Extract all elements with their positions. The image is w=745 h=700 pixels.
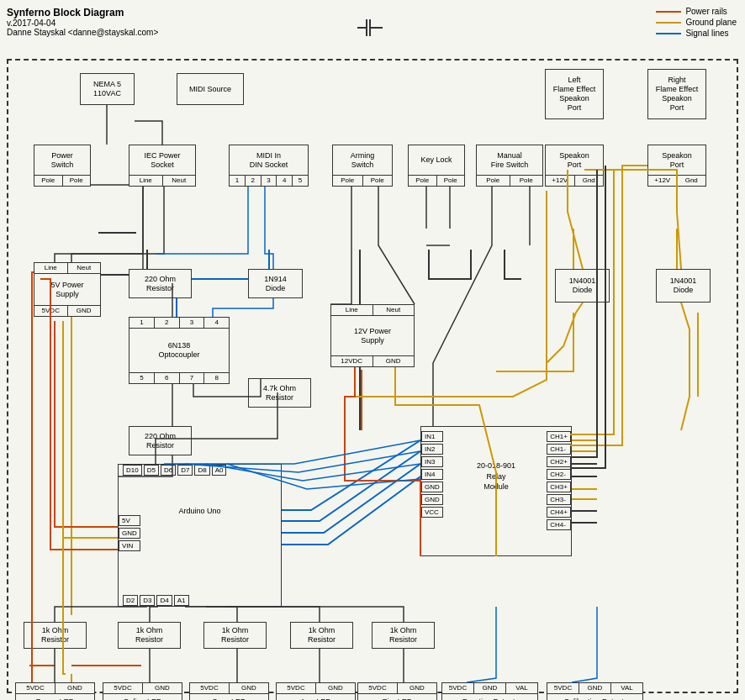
key-lock-pole1: Pole xyxy=(409,176,437,186)
power-switch-label: PowerSwitch xyxy=(51,145,74,175)
calibration-pot-label: Calibration Potent.(Knob) xyxy=(563,694,626,700)
online-led-gnd: GND xyxy=(143,683,182,693)
opto-pin5: 5 xyxy=(129,373,155,383)
arduino-5v: 5V xyxy=(119,515,140,526)
manual-fire-label: ManualFire Switch xyxy=(491,145,529,175)
key-lock-pole2: Pole xyxy=(437,176,465,186)
arduino-d3: D3 xyxy=(140,595,155,606)
res1k-5-box: 1k OhmResistor xyxy=(372,622,435,649)
arm-led-box: 5VDC GND Arm LED(Orange) xyxy=(276,682,356,700)
legend-power-line xyxy=(656,11,681,13)
arduino-d5: D5 xyxy=(144,465,159,476)
arming-pole2: Pole xyxy=(363,176,393,186)
legend: Power rails Ground plane Signal lines xyxy=(656,7,737,39)
psu12v-neut: Neut xyxy=(373,305,415,315)
relay-vcc: VCC xyxy=(421,507,443,518)
cal-pot-5vdc: 5VDC xyxy=(547,683,579,693)
psu5v-box: Line Neut 5V PowerSupply 5VDC GND xyxy=(34,262,101,317)
diode-1n4001b-label: 1N4001Diode xyxy=(670,276,697,295)
relay-ch3minus: CH3- xyxy=(547,494,571,505)
relay-ch4plus: CH4+ xyxy=(547,507,571,518)
psu5v-neut: Neut xyxy=(68,263,101,273)
power-led-box: 5VDC GND Power LED(Blue) xyxy=(15,682,95,700)
relay-in3: IN3 xyxy=(421,456,443,467)
right-flame-label: RightFlame EffectSpeakonPort xyxy=(656,76,698,112)
res1k-2-box: 1k OhmResistor xyxy=(118,622,181,649)
psu12v-line: Line xyxy=(331,305,373,315)
cal-pot-val: VAL xyxy=(611,683,642,693)
arduino-left-pins: 5V GND VIN xyxy=(119,515,140,551)
power-led-label: Power LED(Blue) xyxy=(36,694,75,700)
midi-pin1: 1 xyxy=(230,176,246,186)
arduino-d6: D6 xyxy=(161,465,176,476)
relay-in4: IN4 xyxy=(421,469,443,480)
res1k-3-label: 1k OhmResistor xyxy=(221,626,249,645)
midi-pin4: 4 xyxy=(277,176,293,186)
opto-pin8: 8 xyxy=(204,373,229,383)
relay-ch2plus: CH2+ xyxy=(547,456,571,467)
calibration-pot-box: 5VDC GND VAL Calibration Potent.(Knob) xyxy=(547,682,643,700)
diagram: NEMA 5110VAC MIDI Source LeftFlame Effec… xyxy=(7,59,738,693)
duration-pot-label: Duration Potent.(Slide) xyxy=(462,694,517,700)
psu12v-12vdc: 12VDC xyxy=(331,356,373,366)
arduino-d2: D2 xyxy=(123,595,138,606)
dur-pot-5vdc: 5VDC xyxy=(442,683,474,693)
manual-fire-pole2: Pole xyxy=(510,176,543,186)
arduino-gnd: GND xyxy=(119,528,140,539)
relay-module-box: IN1 IN2 IN3 IN4 GND GND VCC 20-018-901Re… xyxy=(420,426,572,556)
online-led-5vdc: 5VDC xyxy=(103,683,143,693)
fire-led-gnd: GND xyxy=(398,683,436,693)
opto-pin6: 6 xyxy=(155,373,180,383)
duration-pot-box: 5VDC GND VAL Duration Potent.(Slide) xyxy=(441,682,538,700)
arm-led-label: Arm LED(Orange) xyxy=(300,694,331,700)
midi-din-label: MIDI InDIN Socket xyxy=(250,145,288,175)
opto-pin4: 4 xyxy=(204,318,229,328)
diode-1n4001b-box: 1N4001Diode xyxy=(656,269,711,303)
dur-pot-val: VAL xyxy=(506,683,537,693)
psu5v-line: Line xyxy=(34,263,68,273)
manual-fire-box: ManualFire Switch Pole Pole xyxy=(476,145,543,187)
res1k-5-label: 1k OhmResistor xyxy=(389,626,417,645)
opto-pin7: 7 xyxy=(180,373,205,383)
header: Synferno Block Diagram v.2017-04-04 Dann… xyxy=(7,7,158,37)
res1k-2-label: 1k OhmResistor xyxy=(135,626,163,645)
relay-gnd1: GND xyxy=(421,482,443,492)
nema5-label: NEMA 5110VAC xyxy=(93,80,121,98)
midi-pin5: 5 xyxy=(293,176,308,186)
header-title: Synferno Block Diagram xyxy=(7,7,158,18)
iec-neut: Neut xyxy=(163,176,196,186)
optocoupler-box: 1 2 3 4 6N138Optocoupler 5 6 7 8 xyxy=(129,317,230,384)
arduino-vin: VIN xyxy=(119,540,140,551)
midi-source-label: MIDI Source xyxy=(189,85,231,94)
arm-led-gnd: GND xyxy=(316,683,355,693)
sync-led-gnd: GND xyxy=(230,683,268,693)
resistor-4k7-label: 4.7k OhmResistor xyxy=(263,384,296,403)
arduino-top-pins: D10 D5 D6 D7 D8 A0 xyxy=(123,465,226,476)
header-author: Danne Stayskal <danne@stayskal.com> xyxy=(7,28,158,37)
nema5-box: NEMA 5110VAC xyxy=(80,73,135,105)
key-lock-box: Key Lock Pole Pole xyxy=(408,145,465,187)
relay-output-pins: CH1+ CH1- CH2+ CH2- CH3+ CH3- CH4+ CH4- xyxy=(547,431,571,530)
resistor-220a-label: 220 OhmResistor xyxy=(145,275,176,293)
arduino-d4: D4 xyxy=(156,595,172,606)
midi-pin2: 2 xyxy=(246,176,262,186)
psu12v-gnd: GND xyxy=(373,356,415,366)
iec-line: Line xyxy=(129,176,163,186)
relay-ch3plus: CH3+ xyxy=(547,482,571,492)
legend-power-label: Power rails xyxy=(685,7,727,16)
page-container: Synferno Block Diagram v.2017-04-04 Dann… xyxy=(0,0,745,700)
power-led-5vdc: 5VDC xyxy=(16,683,55,693)
power-led-gnd: GND xyxy=(55,683,94,693)
diode-1n914-label: 1N914Diode xyxy=(264,275,287,293)
opto-pin2: 2 xyxy=(155,318,180,328)
legend-ground-line xyxy=(656,22,681,24)
key-lock-label: Key Lock xyxy=(420,145,452,175)
psu5v-label: 5V PowerSupply xyxy=(50,274,83,306)
sync-led-5vdc: 5VDC xyxy=(190,683,230,693)
cal-pot-gnd: GND xyxy=(579,683,611,693)
res1k-3-box: 1k OhmResistor xyxy=(203,622,267,649)
fire-led-box: 5VDC GND Fire LED(Red) xyxy=(357,682,437,700)
speakon-left-box: SpeakonPort +12V Gnd xyxy=(545,145,604,187)
relay-ch2minus: CH2- xyxy=(547,469,571,480)
psu5v-5vdc: 5VDC xyxy=(34,306,68,316)
